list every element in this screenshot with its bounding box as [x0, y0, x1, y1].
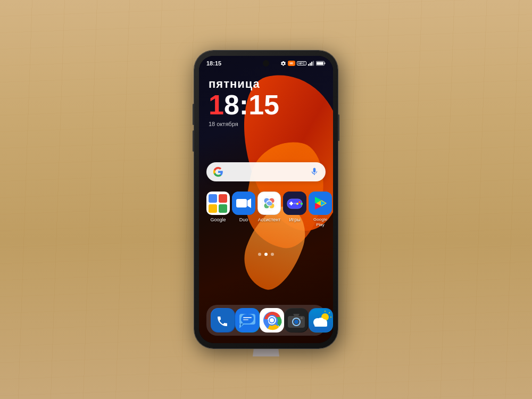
nfc-icon: NFC — [297, 61, 306, 65]
phone-screen: 18:15 MI NFC — [199, 56, 333, 343]
svg-rect-3 — [313, 61, 314, 66]
chrome-app-icon — [260, 308, 284, 332]
power-button — [338, 114, 339, 141]
google-cell-q — [209, 204, 217, 213]
microphone-icon[interactable] — [310, 167, 319, 177]
page-dot-2 — [264, 253, 268, 256]
assistant-icon — [257, 192, 281, 215]
svg-rect-8 — [236, 199, 247, 207]
svg-rect-5 — [325, 63, 326, 64]
dock-phone[interactable] — [211, 308, 235, 332]
page-dot-3 — [271, 253, 274, 256]
svg-rect-2 — [311, 62, 312, 66]
weather-app-icon — [309, 308, 333, 332]
app-games[interactable]: Игры — [283, 192, 306, 227]
phone-app-icon — [211, 308, 235, 332]
dock-messages[interactable] — [235, 308, 260, 332]
front-camera — [263, 60, 269, 66]
svg-rect-1 — [310, 63, 311, 65]
svg-point-22 — [301, 203, 303, 205]
signal-icon — [308, 61, 314, 66]
status-time: 18:15 — [206, 60, 221, 66]
google-cell-m — [219, 194, 227, 203]
clock-date: 18 октября — [209, 121, 279, 127]
phone-icon-svg — [211, 309, 235, 332]
mi-badge-text: MI — [289, 62, 293, 65]
google-cell-p — [219, 204, 227, 213]
google-play-icon — [309, 192, 332, 215]
app-assistant[interactable]: Ассистент — [257, 192, 281, 227]
app-grid: Google Duo — [206, 192, 326, 227]
svg-point-24 — [296, 203, 298, 205]
dock-chrome[interactable] — [260, 308, 284, 332]
weather-icon-svg — [309, 309, 332, 332]
games-icon-svg — [283, 192, 306, 215]
clock-time-prefix: 1 — [209, 91, 224, 119]
camera-app-icon — [284, 308, 309, 332]
games-icon — [283, 192, 306, 215]
status-icons: MI NFC — [280, 61, 326, 66]
clock-widget: пятница 1 8:15 18 октября — [209, 77, 279, 127]
app-dock — [206, 305, 326, 336]
dock-camera[interactable] — [284, 308, 309, 332]
google-play-label: GooglePlay — [313, 217, 327, 227]
volume-up-button — [193, 104, 194, 125]
page-dot-1 — [258, 253, 261, 256]
app-google[interactable]: Google — [206, 192, 230, 227]
page-indicator — [258, 253, 274, 256]
svg-point-21 — [298, 201, 301, 203]
svg-rect-6 — [317, 62, 323, 64]
messages-icon-svg — [236, 309, 259, 332]
svg-rect-27 — [211, 309, 235, 332]
svg-point-38 — [270, 318, 274, 322]
clock-time: 1 8:15 — [209, 91, 279, 119]
duo-icon-svg — [232, 192, 255, 215]
mi-notification-badge: MI — [288, 61, 295, 66]
svg-point-43 — [301, 317, 303, 319]
svg-rect-20 — [290, 202, 292, 205]
google-label: Google — [210, 217, 226, 223]
svg-rect-25 — [294, 203, 296, 204]
svg-rect-0 — [308, 64, 309, 66]
camera-icon-svg — [285, 309, 308, 332]
phone-body: 18:15 MI NFC — [194, 51, 338, 348]
svg-rect-32 — [243, 319, 248, 320]
svg-point-42 — [294, 320, 298, 324]
svg-rect-53 — [314, 322, 327, 327]
duo-icon — [232, 192, 255, 215]
clock-time-main: 8:15 — [224, 91, 279, 119]
google-play-icon-svg — [309, 192, 332, 215]
assistant-icon-svg — [258, 192, 280, 215]
games-label: Игры — [289, 217, 300, 223]
svg-rect-31 — [243, 317, 252, 318]
app-duo[interactable]: Duo — [232, 192, 255, 227]
svg-point-23 — [298, 204, 301, 206]
dock-weather[interactable] — [309, 308, 333, 332]
battery-icon — [316, 61, 326, 66]
volume-down-button — [193, 130, 194, 152]
messages-app-icon — [235, 308, 260, 332]
google-icon — [206, 192, 230, 215]
chrome-icon-svg — [260, 309, 284, 332]
settings-icon — [280, 61, 286, 66]
app-google-play[interactable]: GooglePlay — [309, 192, 332, 227]
duo-label: Duo — [239, 217, 248, 223]
google-cell-g — [209, 194, 217, 203]
assistant-label: Ассистент — [258, 217, 281, 223]
google-g-logo — [213, 167, 223, 177]
google-search-bar[interactable] — [206, 162, 326, 181]
